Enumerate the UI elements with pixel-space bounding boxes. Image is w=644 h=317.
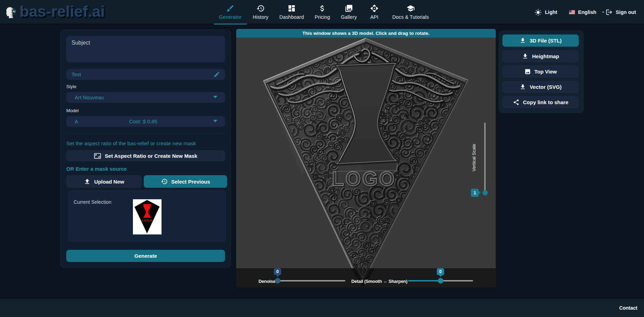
svg-text:LOGO: LOGO	[332, 168, 396, 190]
svg-text:AI: AI	[12, 10, 15, 13]
svg-text:LOGO: LOGO	[142, 218, 152, 222]
